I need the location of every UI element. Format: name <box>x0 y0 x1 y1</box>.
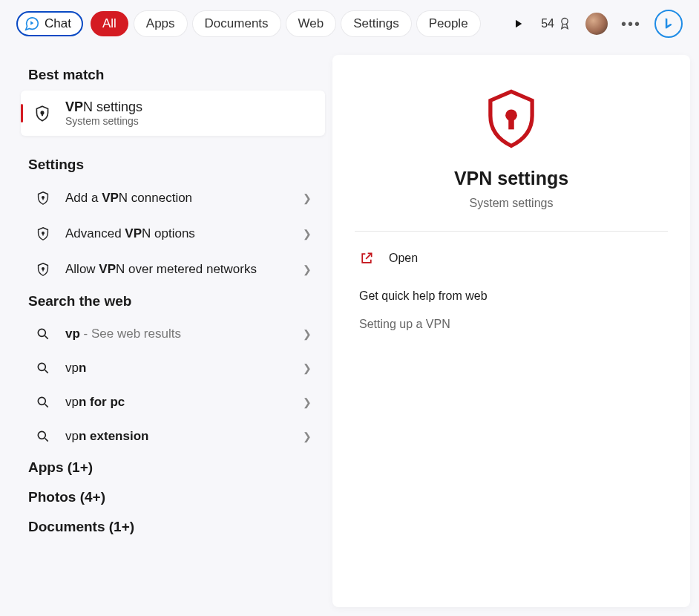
svg-point-5 <box>38 329 45 336</box>
web-item-label: vp - See web results <box>65 327 289 341</box>
search-web-heading: Search the web <box>21 287 325 317</box>
settings-item-add-vpn[interactable]: Add a VPN connection ❯ <box>21 180 325 216</box>
tab-people[interactable]: People <box>417 11 480 36</box>
svg-point-2 <box>42 197 45 199</box>
chevron-right-icon: ❯ <box>303 228 312 240</box>
bing-button[interactable] <box>654 10 683 38</box>
content-columns: Best match VPN settings System settings … <box>0 46 699 616</box>
rewards-points[interactable]: 54 <box>541 16 572 31</box>
svg-point-3 <box>42 232 45 235</box>
web-item-label: vpn for pc <box>65 395 289 410</box>
tab-web[interactable]: Web <box>286 11 336 36</box>
tab-all[interactable]: All <box>91 11 128 36</box>
more-section-photos[interactable]: Photos (4+) <box>21 483 325 513</box>
bing-icon <box>661 16 676 31</box>
medal-icon <box>557 16 572 31</box>
settings-item-label: Advanced VPN options <box>65 226 289 241</box>
svg-rect-10 <box>508 119 514 130</box>
user-avatar[interactable] <box>585 13 608 35</box>
settings-item-label: Allow VPN over metered networks <box>65 262 289 277</box>
open-label: Open <box>389 252 418 265</box>
top-right-tools: 54 ••• <box>508 10 683 38</box>
svg-point-4 <box>42 268 45 270</box>
chevron-right-icon: ❯ <box>303 430 312 442</box>
search-icon <box>34 327 52 341</box>
shield-lock-icon <box>31 102 53 125</box>
svg-point-7 <box>38 397 45 404</box>
svg-point-8 <box>38 431 45 439</box>
search-icon <box>34 395 52 410</box>
open-external-icon <box>359 251 374 266</box>
open-action[interactable]: Open <box>355 242 668 275</box>
web-item-vp[interactable]: vp - See web results ❯ <box>21 317 325 351</box>
settings-item-label: Add a VPN connection <box>65 191 289 206</box>
results-panel: Best match VPN settings System settings … <box>0 46 332 616</box>
chat-bubble-icon <box>24 16 40 32</box>
settings-item-advanced-vpn[interactable]: Advanced VPN options ❯ <box>21 216 325 252</box>
chevron-right-icon: ❯ <box>303 328 312 340</box>
web-item-label: vpn <box>65 361 289 376</box>
top-bar: Chat All Apps Documents Web Settings Peo… <box>0 0 699 46</box>
svg-point-1 <box>41 111 43 114</box>
chat-label: Chat <box>45 16 71 31</box>
hero-subtitle: System settings <box>470 197 554 210</box>
best-match-subtitle: System settings <box>65 115 142 127</box>
chevron-right-icon: ❯ <box>303 396 312 408</box>
web-item-vpn-for-pc[interactable]: vpn for pc ❯ <box>21 385 325 419</box>
filter-tabs: All Apps Documents Web Settings People <box>91 11 480 36</box>
tab-documents[interactable]: Documents <box>193 11 280 36</box>
best-match-title: VPN settings <box>65 99 142 115</box>
settings-heading: Settings <box>21 151 325 180</box>
tabs-overflow-button[interactable] <box>508 14 528 33</box>
help-heading: Get quick help from web <box>355 275 668 313</box>
rewards-count: 54 <box>541 17 554 30</box>
more-section-documents[interactable]: Documents (1+) <box>21 513 325 543</box>
shield-lock-large-icon <box>478 85 545 151</box>
hero: VPN settings System settings <box>355 85 668 232</box>
chat-pill[interactable]: Chat <box>16 11 83 36</box>
best-match-heading: Best match <box>21 61 325 91</box>
more-options-button[interactable]: ••• <box>621 16 641 33</box>
shield-icon <box>34 190 52 206</box>
svg-point-9 <box>505 109 517 121</box>
web-item-label: vpn extension <box>65 429 289 444</box>
web-item-vpn[interactable]: vpn ❯ <box>21 351 325 385</box>
hero-title: VPN settings <box>454 168 568 189</box>
svg-point-6 <box>38 363 45 370</box>
shield-icon <box>34 226 52 242</box>
details-panel: VPN settings System settings Open Get qu… <box>332 55 690 607</box>
web-item-vpn-extension[interactable]: vpn extension ❯ <box>21 419 325 453</box>
tab-apps[interactable]: Apps <box>134 11 187 36</box>
best-match-item[interactable]: VPN settings System settings <box>21 91 325 136</box>
shield-icon <box>34 261 52 278</box>
chevron-right-icon: ❯ <box>303 263 312 275</box>
svg-point-0 <box>562 19 568 24</box>
chevron-right-icon: ❯ <box>303 362 312 374</box>
search-icon <box>34 429 52 444</box>
more-section-apps[interactable]: Apps (1+) <box>21 453 325 483</box>
help-link-setup-vpn[interactable]: Setting up a VPN <box>355 313 668 335</box>
tab-settings[interactable]: Settings <box>341 11 410 36</box>
settings-item-allow-vpn-metered[interactable]: Allow VPN over metered networks ❯ <box>21 252 325 287</box>
chevron-right-icon: ❯ <box>303 192 312 204</box>
best-match-text: VPN settings System settings <box>65 99 142 127</box>
search-icon <box>34 361 52 376</box>
